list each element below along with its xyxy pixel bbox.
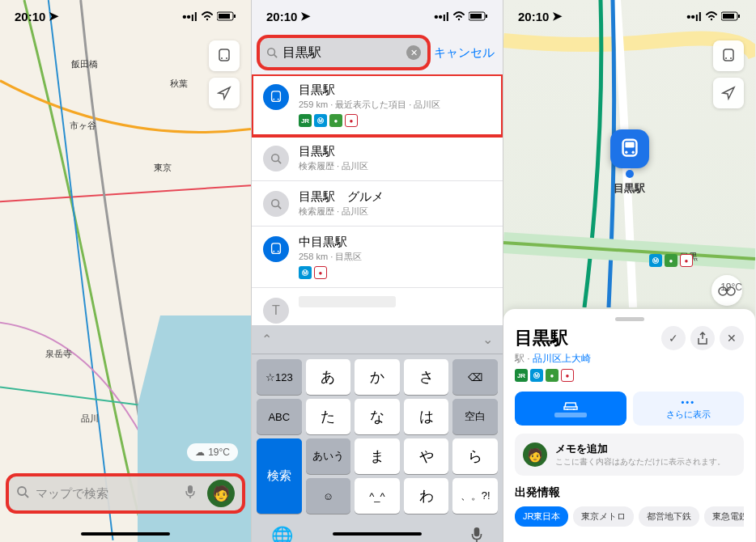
key-punct[interactable]: 、。?! — [452, 478, 498, 514]
place-location-link[interactable]: 品川区上大崎 — [533, 353, 591, 364]
temperature-value: 19°C — [720, 282, 742, 293]
search-result-item[interactable]: 目黒駅 グルメ 検索履歴 · 品川区 — [252, 181, 503, 227]
key-na[interactable]: な — [355, 399, 400, 434]
place-title: 目黒駅 — [515, 326, 591, 350]
search-input-value: 目黒駅 — [282, 44, 401, 61]
card-grabber[interactable] — [615, 317, 644, 321]
operator-tabs: JR東日本 東京メトロ 都営地下鉄 東急電鉄 — [515, 506, 744, 527]
weather-badge[interactable]: ☁ 19°C — [187, 443, 238, 461]
key-space[interactable]: 空白 — [452, 399, 498, 434]
key-kaomoji[interactable]: ^_^ — [355, 478, 400, 514]
search-result-item[interactable]: T — [252, 288, 503, 325]
line-badge-red: ● — [314, 266, 327, 279]
result-subtitle: 259 km · 最近表示した項目 · 品川区 — [299, 99, 491, 111]
search-bar[interactable]: マップで検索 🧑 — [8, 476, 243, 511]
marker-label: 目黒駅 — [610, 181, 649, 196]
search-input[interactable]: 目黒駅 ✕ — [260, 38, 427, 67]
kb-chevron-down-icon[interactable]: ⌄ — [482, 332, 493, 347]
search-placeholder: マップで検索 — [36, 486, 178, 502]
globe-icon[interactable]: 🌐 — [271, 526, 293, 542]
key-sa[interactable]: さ — [404, 359, 449, 395]
wifi-icon — [452, 10, 465, 23]
close-button[interactable]: ✕ — [720, 326, 744, 350]
transit-icon — [263, 84, 289, 110]
key-ma[interactable]: ま — [355, 438, 400, 474]
key-emoji[interactable]: ☺ — [306, 478, 351, 514]
svg-point-5 — [221, 57, 223, 59]
operator-tab[interactable]: 東急電鉄 — [704, 506, 744, 527]
result-subtitle: 検索履歴 · 品川区 — [299, 205, 491, 218]
key-backspace[interactable]: ⌫ — [452, 359, 498, 395]
svg-point-19 — [278, 99, 279, 100]
map-label: 泉岳寺 — [45, 348, 72, 360]
result-subtitle: 検索履歴 · 品川区 — [299, 160, 491, 172]
share-button[interactable] — [690, 326, 715, 350]
key-ka[interactable]: か — [355, 359, 400, 395]
svg-line-15 — [274, 55, 278, 58]
location-arrow-icon: ➤ — [49, 9, 59, 23]
svg-point-14 — [268, 49, 275, 56]
more-actions-button[interactable]: ••• さらに表示 — [633, 392, 745, 426]
user-avatar[interactable]: 🧑 — [207, 480, 235, 507]
svg-point-33 — [725, 57, 727, 59]
key-search[interactable]: 検索 — [257, 438, 302, 514]
search-result-item[interactable]: 中目黒駅 258 km · 目黒区 Ⓜ ● — [252, 227, 503, 288]
svg-rect-2 — [219, 14, 230, 19]
map-label: 市ヶ谷 — [70, 120, 96, 132]
user-avatar: 🧑 — [523, 442, 547, 467]
map-marker-station[interactable]: 目黒駅 — [610, 129, 649, 196]
search-result-item[interactable]: 目黒駅 259 km · 最近表示した項目 · 品川区 JR Ⓜ ● ● — [252, 74, 503, 136]
svg-point-0 — [206, 18, 208, 19]
operator-tab[interactable]: JR東日本 — [515, 506, 568, 527]
svg-point-18 — [273, 99, 274, 100]
line-badge-metro: Ⓜ — [649, 254, 662, 267]
memo-subtitle: ここに書く内容はあなただけに表示されます。 — [555, 456, 725, 468]
cloud-icon: ☁ — [195, 447, 205, 458]
locate-me-button[interactable] — [713, 78, 744, 108]
transit-mode-button[interactable] — [713, 40, 744, 71]
checkmark-button[interactable]: ✓ — [661, 326, 686, 350]
svg-rect-31 — [738, 15, 740, 18]
operator-tab[interactable]: 東京メトロ — [573, 506, 634, 527]
status-bar: 20:10➤ ••ıl — [503, 0, 755, 32]
kb-chevron-up-icon[interactable]: ⌃ — [261, 332, 272, 347]
add-note-box[interactable]: 🧑 メモを追加 ここに書く内容はあなただけに表示されます。 — [515, 434, 744, 476]
search-top-bar: 目黒駅 ✕ キャンセル — [252, 32, 503, 73]
key-abc-mode[interactable]: ABC — [257, 399, 302, 434]
key-wa[interactable]: わ — [404, 478, 449, 514]
phone-screen-3: 目黒 Ⓜ ● ● 20:10➤ ••ıl 目黒駅 19°C — [503, 0, 755, 542]
search-icon — [16, 485, 29, 502]
svg-point-20 — [272, 155, 279, 162]
locate-me-button[interactable] — [209, 78, 240, 108]
key-ra[interactable]: ら — [452, 438, 498, 474]
svg-point-38 — [631, 151, 634, 154]
location-arrow-icon: ➤ — [552, 9, 563, 23]
key-ta[interactable]: た — [306, 399, 351, 434]
key-a[interactable]: あ — [306, 359, 351, 395]
line-badge-green: ● — [546, 369, 559, 382]
microphone-icon[interactable] — [470, 527, 483, 543]
operator-tab[interactable]: 都営地下鉄 — [639, 506, 699, 527]
history-icon — [263, 146, 289, 171]
microphone-icon[interactable] — [185, 485, 196, 502]
key-ya[interactable]: や — [404, 438, 449, 474]
key-num-mode[interactable]: ☆123 — [257, 359, 302, 395]
key-kana-mode[interactable]: あいう — [306, 438, 351, 474]
svg-rect-16 — [272, 91, 281, 102]
cancel-button[interactable]: キャンセル — [434, 45, 495, 61]
home-indicator[interactable] — [81, 532, 170, 536]
battery-icon — [469, 10, 488, 23]
transit-mode-button[interactable] — [209, 40, 240, 71]
svg-point-28 — [711, 18, 712, 19]
phone-screen-1: 飯田橋 秋葉 市ヶ谷 東京 泉岳寺 品川 20:10➤ ••ıl ☁ 19°C … — [0, 0, 252, 542]
key-ha[interactable]: は — [404, 399, 449, 434]
svg-point-22 — [272, 200, 279, 207]
home-indicator[interactable] — [333, 532, 422, 536]
svg-line-8 — [25, 494, 28, 498]
directions-button[interactable] — [515, 392, 626, 426]
departures-heading: 出発情報 — [515, 485, 744, 500]
result-title: 目黒駅 — [299, 83, 491, 98]
search-result-item[interactable]: 目黒駅 検索履歴 · 品川区 — [252, 136, 503, 181]
svg-rect-32 — [724, 49, 733, 61]
clear-search-button[interactable]: ✕ — [406, 45, 421, 60]
